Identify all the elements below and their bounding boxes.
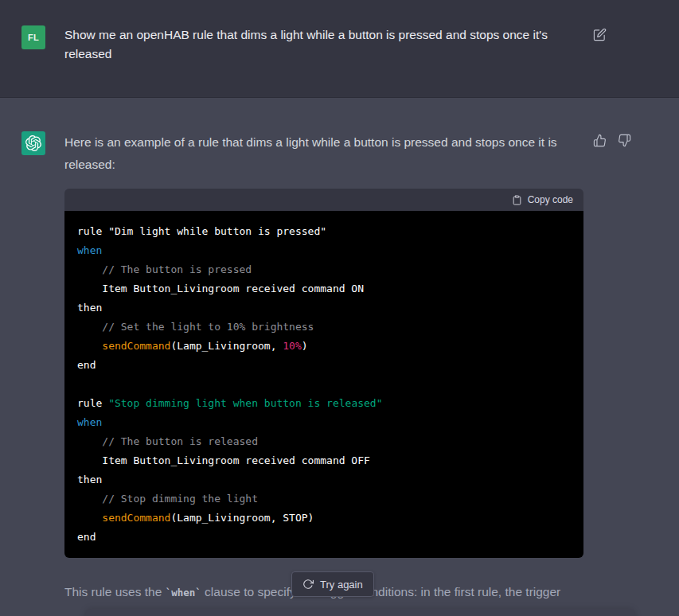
code-line: when [77,413,571,432]
followup-text-before: This rule uses the [64,585,166,598]
copy-code-button[interactable]: Copy code [512,194,573,205]
code-line: // The button is released [77,432,571,451]
code-line: sendCommand(Lamp_Livingroom, 10%) [77,337,571,356]
chat-page: FL Show me an openHAB rule that dims a l… [0,0,679,616]
clipboard-icon [512,195,522,205]
followup-text-after: clause to specify the trigger conditions… [201,585,560,598]
user-message-text: Show me an openHAB rule that dims a ligh… [64,25,583,64]
edit-pencil-square-icon [593,28,607,41]
code-line: when [77,241,571,260]
inline-code-when: `when` [166,587,201,598]
code-line: Item Button_Livingroom received command … [77,279,571,298]
thumbs-down-icon [618,134,631,147]
thumbs-up-button[interactable] [593,134,607,147]
edit-message-button[interactable] [593,28,607,41]
code-line [77,375,571,394]
assistant-message-actions [593,131,631,147]
try-again-button[interactable]: Try again [291,571,374,597]
user-message-actions [593,25,607,41]
user-avatar: FL [21,25,45,49]
regenerate-arrow-icon [302,579,314,590]
code-line: // The button is pressed [77,260,571,279]
code-line: then [77,298,571,318]
assistant-intro-text: Here is an example of a rule that dims a… [64,131,583,176]
openai-logo-icon [25,135,41,151]
code-line: // Set the light to 10% brightness [77,318,571,337]
code-line: // Stop dimming the light [77,489,571,509]
code-line: rule "Dim light while button is pressed" [77,222,571,241]
code-block: Copy code rule "Dim light while button i… [64,189,583,558]
code-content: rule "Dim light while button is pressed"… [64,211,583,558]
thumbs-down-button[interactable] [618,134,631,147]
assistant-message-row: Here is an example of a rule that dims a… [0,97,679,616]
code-line: end [77,356,571,375]
user-message-row: FL Show me an openHAB rule that dims a l… [0,0,679,97]
assistant-avatar [21,131,45,155]
code-line: sendCommand(Lamp_Livingroom, STOP) [77,509,571,528]
copy-code-label: Copy code [528,194,573,205]
chat-input[interactable] [85,609,635,616]
code-line: rule "Stop dimming light when button is … [77,394,571,413]
thumbs-up-icon [593,134,607,147]
code-block-header: Copy code [64,189,583,211]
code-line: end [77,528,571,547]
code-line: then [77,470,571,489]
try-again-label: Try again [320,579,363,591]
code-line: Item Button_Livingroom received command … [77,451,571,470]
